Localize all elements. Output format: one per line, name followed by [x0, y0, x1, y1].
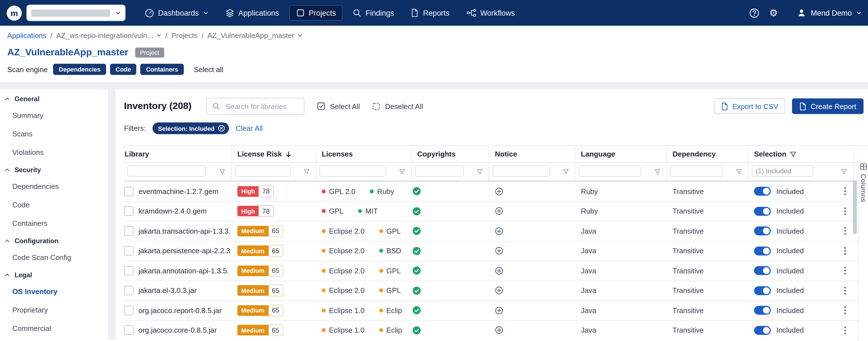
column-filter-input[interactable] [415, 166, 464, 177]
funnel-icon[interactable] [219, 168, 226, 175]
column-header-licenses[interactable]: Licenses [316, 146, 412, 162]
column-header-selection[interactable]: Selection [748, 146, 854, 162]
org-selector[interactable] [26, 4, 126, 21]
notice-add-icon[interactable] [495, 247, 503, 255]
funnel-icon[interactable] [736, 168, 742, 175]
nav-item-reports[interactable]: Reports [404, 5, 456, 21]
row-checkbox[interactable] [124, 286, 133, 295]
nav-item-dashboards[interactable]: Dashboards [138, 5, 215, 21]
funnel-icon[interactable] [562, 168, 569, 175]
column-header-notice[interactable]: Notice [489, 146, 575, 162]
nav-item-findings[interactable]: Findings [346, 5, 401, 21]
selection-toggle[interactable] [754, 187, 771, 196]
filter-icon[interactable] [790, 151, 797, 158]
notice-add-icon[interactable] [495, 306, 503, 315]
scan-engine-pill-code[interactable]: Code [110, 64, 136, 75]
help-icon[interactable] [749, 7, 760, 18]
column-filter-input[interactable] [235, 166, 290, 177]
row-menu-icon[interactable] [844, 326, 846, 335]
breadcrumb-item[interactable]: Applications [7, 31, 46, 39]
notice-add-icon[interactable] [495, 326, 503, 335]
row-menu-icon[interactable] [844, 187, 846, 196]
nav-item-projects[interactable]: Projects [289, 5, 343, 21]
notice-add-icon[interactable] [495, 207, 503, 216]
row-checkbox[interactable] [124, 187, 133, 196]
column-header-library[interactable]: Library [124, 146, 232, 162]
sidebar-item-violations[interactable]: Violations [0, 143, 108, 162]
breadcrumb-item[interactable]: AZ_VulnerableApp_master [208, 31, 294, 39]
funnel-icon[interactable] [841, 168, 847, 175]
column-filter-input[interactable] [579, 166, 641, 177]
gear-icon[interactable]: ⚙ [769, 8, 778, 18]
column-header-language[interactable]: Language [575, 146, 667, 162]
scrollbar-thumb[interactable] [853, 180, 857, 234]
selection-toggle[interactable] [754, 207, 771, 216]
sidebar-item-containers[interactable]: Containers [0, 214, 108, 232]
row-checkbox[interactable] [124, 226, 133, 236]
sidebar-section-security[interactable]: Security [0, 162, 108, 177]
sidebar-item-proprietary[interactable]: Proprietary [0, 301, 108, 319]
selection-toggle[interactable] [754, 326, 771, 335]
notice-add-icon[interactable] [495, 227, 503, 235]
selection-toggle[interactable] [754, 266, 771, 275]
sidebar-item-code[interactable]: Code [0, 196, 108, 214]
sidebar-item-os-inventory[interactable]: OS Inventory [0, 282, 108, 301]
nav-item-workflows[interactable]: Workflows [459, 5, 521, 21]
row-menu-icon[interactable] [844, 286, 846, 295]
column-filter-input[interactable] [319, 166, 386, 177]
column-filter-input[interactable] [493, 166, 550, 177]
sort-desc-icon[interactable] [285, 151, 291, 158]
sidebar-item-scans[interactable]: Scans [0, 125, 108, 143]
selection-toggle[interactable] [754, 227, 771, 236]
user-menu[interactable]: Mend Demo [797, 8, 861, 17]
row-checkbox[interactable] [124, 246, 133, 256]
funnel-icon[interactable] [303, 168, 310, 175]
chevron-down-icon[interactable] [156, 33, 161, 38]
chevron-down-icon[interactable] [298, 33, 303, 38]
row-checkbox[interactable] [124, 306, 133, 315]
clear-all-filters[interactable]: Clear All [236, 124, 263, 133]
sidebar-item-summary[interactable]: Summary [0, 106, 108, 125]
column-filter-input[interactable] [752, 166, 813, 177]
export-csv-button[interactable]: Export to CSV [714, 98, 785, 114]
library-search[interactable] [206, 98, 304, 115]
row-menu-icon[interactable] [844, 207, 846, 216]
funnel-icon[interactable] [399, 168, 405, 175]
notice-add-icon[interactable] [495, 267, 503, 275]
row-menu-icon[interactable] [844, 266, 846, 275]
sidebar-section-legal[interactable]: Legal [0, 267, 108, 282]
column-filter-input[interactable] [670, 166, 723, 177]
scan-engine-pill-containers[interactable]: Containers [141, 64, 184, 75]
columns-tab[interactable]: Columns [858, 159, 868, 339]
sidebar-item-dependencies[interactable]: Dependencies [0, 177, 108, 196]
row-menu-icon[interactable] [844, 227, 846, 236]
row-checkbox[interactable] [124, 206, 133, 216]
column-header-copyrights[interactable]: Copyrights [412, 146, 489, 162]
select-all-engines[interactable]: Select all [194, 65, 223, 74]
column-header-dependency[interactable]: Dependency [667, 146, 748, 162]
sidebar-item-code-scan-config[interactable]: Code Scan Config [0, 248, 108, 267]
selection-filter-chip[interactable]: Selection: Included [153, 122, 229, 134]
row-checkbox[interactable] [124, 325, 133, 335]
sidebar-item-commercial[interactable]: Commercial [0, 319, 108, 338]
notice-add-icon[interactable] [495, 286, 503, 295]
sidebar-section-configuration[interactable]: Configuration [0, 232, 108, 248]
selection-toggle[interactable] [754, 286, 771, 295]
row-menu-icon[interactable] [844, 247, 846, 255]
breadcrumb-item[interactable]: AZ_ws-repo-integration/vuln... [56, 31, 153, 39]
column-filter-input[interactable] [127, 166, 206, 177]
notice-add-icon[interactable] [495, 187, 503, 196]
funnel-icon[interactable] [654, 168, 661, 175]
selection-toggle[interactable] [754, 306, 771, 315]
select-all-button[interactable]: Select All [317, 102, 360, 111]
funnel-icon[interactable] [476, 168, 483, 175]
column-header-license-risk[interactable]: License Risk [232, 146, 316, 162]
sidebar-section-general[interactable]: General [0, 90, 108, 106]
remove-filter-icon[interactable] [218, 125, 225, 132]
row-checkbox[interactable] [124, 266, 133, 276]
nav-item-applications[interactable]: Applications [218, 5, 286, 21]
row-menu-icon[interactable] [844, 306, 846, 315]
scan-engine-pill-dependencies[interactable]: Dependencies [53, 64, 106, 75]
search-input[interactable] [224, 102, 298, 111]
table-scrollbar[interactable] [853, 180, 857, 338]
